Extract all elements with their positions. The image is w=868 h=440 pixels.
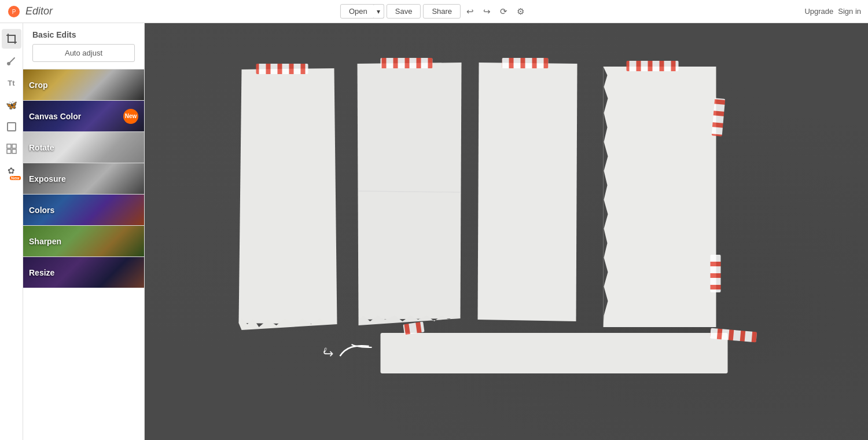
open-dropdown-button[interactable]: ▾ — [373, 4, 384, 19]
topbar-right: Upgrade Sign in — [804, 7, 861, 16]
canvas-color-label: Canvas Color — [29, 112, 81, 121]
topbar-left: P Editor — [7, 5, 53, 19]
exposure-item[interactable]: Exposure — [23, 163, 144, 194]
svg-marker-14 — [478, 63, 578, 321]
app-title: Editor — [25, 5, 53, 17]
resize-item[interactable]: Resize — [23, 256, 144, 288]
canvas-color-new-badge: New — [123, 109, 138, 124]
main-area: Tt 🦋 ✿ New Basic Edits Auto adjust Crop — [0, 23, 868, 440]
svg-rect-6 — [12, 144, 16, 148]
frames-tool[interactable] — [2, 117, 21, 137]
touchup-tool[interactable] — [2, 51, 21, 71]
rotate-label: Rotate — [29, 143, 54, 152]
svg-rect-22 — [502, 58, 549, 68]
svg-rect-5 — [7, 144, 11, 148]
svg-rect-15 — [604, 67, 716, 327]
canvas-svg: ↪ ℓ — [145, 23, 868, 440]
edit-panel: Basic Edits Auto adjust Crop Canvas Colo… — [23, 23, 145, 440]
tool-sidebar: Tt 🦋 ✿ New — [0, 23, 23, 440]
resize-label: Resize — [29, 268, 54, 277]
colors-item[interactable]: Colors — [23, 194, 144, 225]
logo-icon: P — [7, 5, 21, 19]
share-button[interactable]: Share — [423, 4, 461, 19]
new-badge: New — [10, 176, 20, 180]
svg-rect-7 — [7, 149, 11, 153]
topbar: P Editor Open ▾ Save Share ↩ ↪ ⟳ ⚙ Upgra… — [0, 0, 868, 23]
crop-tool[interactable] — [2, 29, 21, 49]
upgrade-button[interactable]: Upgrade — [804, 7, 833, 16]
signin-button[interactable]: Sign in — [838, 7, 861, 16]
open-button[interactable]: Open — [340, 4, 376, 19]
svg-rect-25 — [711, 255, 721, 292]
svg-text:P: P — [12, 9, 16, 15]
svg-rect-21 — [381, 58, 433, 68]
settings-button[interactable]: ⚙ — [513, 4, 528, 19]
save-button[interactable]: Save — [387, 4, 421, 19]
panel-title: Basic Edits — [23, 23, 144, 44]
effects-tool[interactable]: 🦋 — [2, 95, 21, 115]
svg-marker-9 — [239, 68, 337, 324]
svg-rect-20 — [256, 64, 308, 74]
text-tool[interactable]: Tt — [2, 73, 21, 93]
topbar-center: Open ▾ Save Share ↩ ↪ ⟳ ⚙ — [340, 4, 528, 19]
svg-rect-27 — [403, 322, 424, 335]
svg-rect-4 — [8, 123, 16, 131]
rotate-item[interactable]: Rotate — [23, 131, 144, 163]
sharpen-label: Sharpen — [29, 237, 61, 246]
canvas-color-item[interactable]: Canvas Color New — [23, 100, 144, 131]
exposure-label: Exposure — [29, 174, 66, 184]
svg-rect-17 — [381, 333, 728, 373]
reset-button[interactable]: ⟳ — [496, 4, 511, 19]
open-group: Open ▾ — [340, 4, 384, 19]
svg-rect-8 — [12, 149, 16, 153]
canvas-area[interactable]: ↪ ℓ — [145, 23, 868, 440]
redo-button[interactable]: ↪ — [480, 4, 494, 19]
auto-adjust-button[interactable]: Auto adjust — [32, 44, 135, 62]
crop-item[interactable]: Crop — [23, 69, 144, 100]
crop-label: Crop — [29, 80, 48, 90]
colors-label: Colors — [29, 206, 54, 215]
textures-tool[interactable] — [2, 139, 21, 159]
svg-rect-23 — [627, 61, 679, 71]
svg-point-3 — [8, 63, 10, 65]
undo-button[interactable]: ↩ — [463, 4, 477, 19]
overlays-tool[interactable]: ✿ New — [2, 161, 21, 181]
sharpen-item[interactable]: Sharpen — [23, 225, 144, 256]
